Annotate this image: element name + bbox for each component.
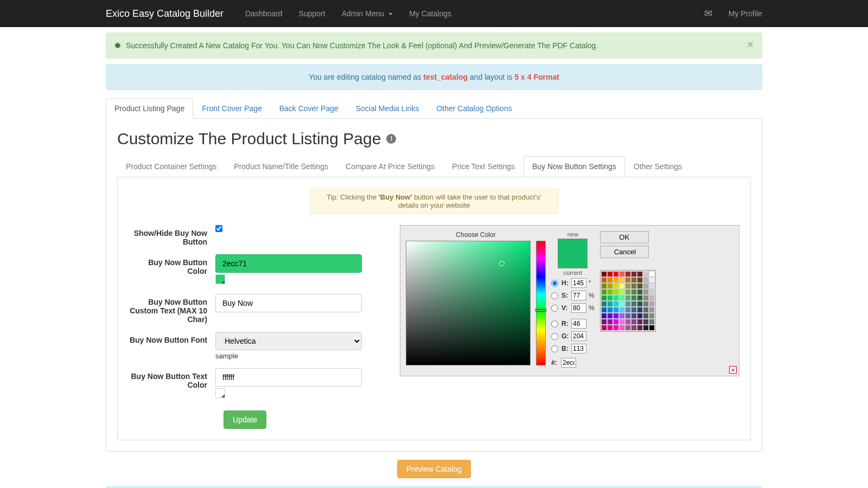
palette-cell[interactable]: [643, 325, 649, 331]
palette-cell[interactable]: [601, 289, 607, 295]
palette-cell[interactable]: [637, 283, 643, 289]
sv-cursor[interactable]: [499, 261, 505, 266]
palette-cell[interactable]: [625, 301, 631, 307]
palette-cell[interactable]: [613, 295, 619, 301]
palette-cell[interactable]: [601, 313, 607, 319]
input-text-color[interactable]: [215, 368, 362, 387]
palette-cell[interactable]: [637, 325, 643, 331]
picker-close-button[interactable]: ✕: [729, 366, 737, 374]
palette-cell[interactable]: [631, 289, 637, 295]
navbar-brand[interactable]: Exico Easy Catalog Builder: [98, 0, 232, 28]
palette-cell[interactable]: [601, 283, 607, 289]
palette-cell[interactable]: [631, 295, 637, 301]
sv-panel[interactable]: [406, 241, 531, 365]
palette-cell[interactable]: [649, 277, 655, 283]
picker-cancel-button[interactable]: Cancel: [600, 246, 649, 258]
color-palette[interactable]: [600, 270, 656, 332]
subtab-buy-now[interactable]: Buy Now Button Settings: [524, 156, 625, 177]
color-swatch-text[interactable]: [215, 388, 225, 398]
select-button-font[interactable]: Helvetica: [215, 332, 362, 350]
palette-cell[interactable]: [637, 307, 643, 313]
palette-cell[interactable]: [631, 325, 637, 331]
picker-ok-button[interactable]: OK: [600, 231, 649, 243]
palette-cell[interactable]: [619, 277, 625, 283]
subtab-price-text[interactable]: Price Text Settings: [443, 156, 524, 177]
nav-my-catalogs[interactable]: My Catalogs: [401, 1, 459, 26]
input-r[interactable]: [571, 319, 586, 329]
palette-cell[interactable]: [643, 283, 649, 289]
palette-cell[interactable]: [607, 295, 613, 301]
input-h[interactable]: [571, 278, 586, 288]
palette-cell[interactable]: [607, 301, 613, 307]
alert-close-button[interactable]: ×: [747, 38, 754, 51]
palette-cell[interactable]: [619, 313, 625, 319]
palette-cell[interactable]: [601, 277, 607, 283]
palette-cell[interactable]: [643, 301, 649, 307]
palette-cell[interactable]: [643, 307, 649, 313]
palette-cell[interactable]: [631, 307, 637, 313]
preview-catalog-button[interactable]: Preview Catalog: [397, 460, 471, 478]
palette-cell[interactable]: [607, 271, 613, 277]
palette-cell[interactable]: [613, 319, 619, 325]
input-button-color[interactable]: [215, 254, 362, 273]
color-swatch-button[interactable]: [215, 274, 225, 284]
palette-cell[interactable]: [607, 319, 613, 325]
palette-cell[interactable]: [637, 301, 643, 307]
palette-cell[interactable]: [649, 271, 655, 277]
palette-cell[interactable]: [643, 289, 649, 295]
palette-cell[interactable]: [625, 319, 631, 325]
tab-back-cover[interactable]: Back Cover Page: [271, 98, 347, 119]
palette-cell[interactable]: [643, 319, 649, 325]
radio-r[interactable]: [551, 320, 558, 328]
palette-cell[interactable]: [637, 295, 643, 301]
palette-cell[interactable]: [607, 277, 613, 283]
palette-cell[interactable]: [625, 295, 631, 301]
palette-cell[interactable]: [649, 319, 655, 325]
palette-cell[interactable]: [613, 307, 619, 313]
palette-cell[interactable]: [607, 325, 613, 331]
palette-cell[interactable]: [631, 301, 637, 307]
palette-cell[interactable]: [625, 325, 631, 331]
palette-cell[interactable]: [607, 289, 613, 295]
palette-cell[interactable]: [619, 283, 625, 289]
tab-product-listing[interactable]: Product Listing Page: [106, 98, 193, 119]
palette-cell[interactable]: [625, 313, 631, 319]
palette-cell[interactable]: [601, 325, 607, 331]
palette-cell[interactable]: [637, 271, 643, 277]
palette-cell[interactable]: [601, 295, 607, 301]
radio-h[interactable]: [551, 280, 558, 287]
info-icon[interactable]: !: [386, 134, 396, 144]
palette-cell[interactable]: [643, 271, 649, 277]
mail-icon[interactable]: ✉: [696, 0, 720, 28]
hue-bar[interactable]: [536, 241, 546, 365]
palette-cell[interactable]: [637, 277, 643, 283]
palette-cell[interactable]: [601, 307, 607, 313]
palette-cell[interactable]: [613, 313, 619, 319]
radio-b[interactable]: [551, 345, 558, 352]
palette-cell[interactable]: [643, 277, 649, 283]
nav-support[interactable]: Support: [291, 1, 334, 26]
nav-my-profile[interactable]: My Profile: [720, 1, 770, 26]
palette-cell[interactable]: [625, 271, 631, 277]
palette-cell[interactable]: [649, 307, 655, 313]
palette-cell[interactable]: [613, 277, 619, 283]
palette-cell[interactable]: [613, 271, 619, 277]
palette-cell[interactable]: [619, 307, 625, 313]
update-button[interactable]: Update: [224, 410, 266, 429]
palette-cell[interactable]: [613, 289, 619, 295]
palette-cell[interactable]: [619, 271, 625, 277]
palette-cell[interactable]: [631, 319, 637, 325]
palette-cell[interactable]: [631, 271, 637, 277]
palette-cell[interactable]: [619, 325, 625, 331]
input-s[interactable]: [571, 291, 586, 300]
palette-cell[interactable]: [637, 289, 643, 295]
palette-cell[interactable]: [613, 301, 619, 307]
palette-cell[interactable]: [637, 319, 643, 325]
checkbox-show-hide[interactable]: [215, 225, 222, 232]
subtab-product-container[interactable]: Product Container Settings: [117, 156, 225, 177]
palette-cell[interactable]: [625, 307, 631, 313]
palette-cell[interactable]: [607, 307, 613, 313]
palette-cell[interactable]: [649, 283, 655, 289]
nav-admin-menu[interactable]: Admin Menu: [334, 1, 401, 26]
palette-cell[interactable]: [619, 295, 625, 301]
